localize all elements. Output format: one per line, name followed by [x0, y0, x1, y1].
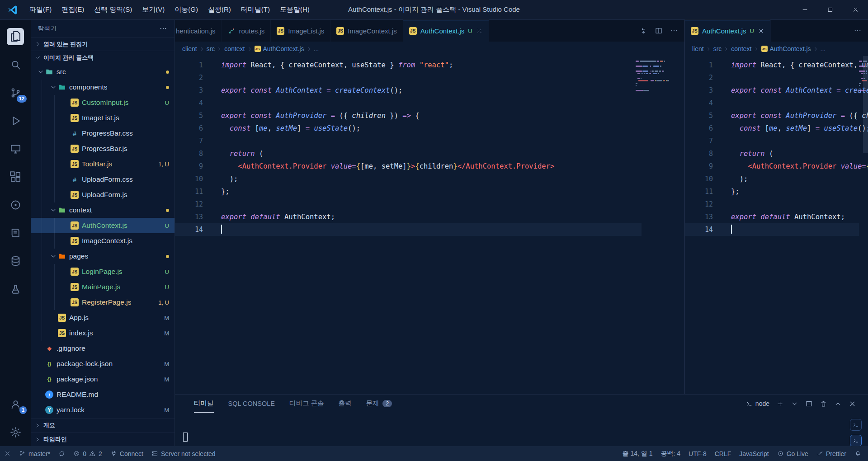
code-line-6[interactable]: 6 const [me, setMe] = useState(); [175, 122, 642, 135]
code-line-7[interactable]: 7 [175, 135, 642, 147]
status-connect[interactable]: Connect [106, 446, 147, 461]
close-icon[interactable] [758, 28, 764, 34]
code-line-7[interactable]: 7 [685, 135, 859, 147]
section-1[interactable]: 타임라인 [31, 432, 175, 446]
file-row-package-lock.json[interactable]: {}package-lock.jsonM [31, 356, 175, 372]
code-line-5[interactable]: 5export const AuthProvider = ({ children… [175, 109, 642, 122]
activity-accounts[interactable]: 1 [0, 390, 31, 418]
new-terminal-button[interactable] [776, 400, 784, 408]
code-line-12[interactable]: 12 [175, 198, 642, 211]
ellipsis-icon[interactable] [670, 27, 678, 35]
folder-row-src[interactable]: src [31, 64, 175, 80]
tab-hentication.js[interactable]: hentication.js [175, 20, 222, 42]
file-row-AuthContext.js[interactable]: JSAuthContext.jsU [31, 218, 175, 233]
tab-routes.js[interactable]: routes.js [222, 20, 271, 42]
tab-ImageList.js[interactable]: JSImageList.js [271, 20, 330, 42]
panel-tab-디버그 콘솔[interactable]: 디버그 콘솔 [289, 395, 324, 413]
status-prettier[interactable]: Prettier [812, 446, 850, 461]
folder-row-pages[interactable]: pages [31, 249, 175, 264]
open-editors-section[interactable]: 열려 있는 편집기 [31, 37, 175, 51]
panel-tab-SQL CONSOLE[interactable]: SQL CONSOLE [228, 395, 275, 413]
status-language-mode[interactable]: JavaScript [735, 446, 773, 461]
status-server[interactable]: Server not selected [147, 446, 220, 461]
menu-item-7[interactable]: 도움말(H) [275, 5, 315, 14]
activity-live-server[interactable] [0, 191, 31, 219]
activity-source-control[interactable]: 12 [0, 79, 31, 107]
project-section-header[interactable]: 이미지 관리 풀스택 [31, 51, 175, 64]
tab-ImageContext.js[interactable]: JSImageContext.js [330, 20, 403, 42]
terminal-profile[interactable]: node [746, 400, 769, 407]
file-row-.gitignore[interactable]: ◆.gitignore [31, 341, 175, 356]
menu-item-3[interactable]: 보기(V) [137, 5, 170, 14]
menu-item-6[interactable]: 터미널(T) [236, 5, 275, 14]
code-line-6[interactable]: 6 const [me, setMe] = useState(); [685, 122, 859, 135]
file-row-ToolBar.js[interactable]: JSToolBar.js1, U [31, 156, 175, 172]
code-editor-1[interactable]: 1import React, { createContext, useState… [175, 56, 684, 394]
maximize-panel-button[interactable] [834, 400, 842, 408]
breadcrumb-item[interactable]: context [224, 45, 245, 52]
file-row-MainPage.js[interactable]: JSMainPage.jsU [31, 279, 175, 295]
code-line-14[interactable]: 14 [175, 223, 642, 236]
code-line-1[interactable]: 1import React, { createContext, useState… [685, 59, 859, 71]
scrollbar-thumb[interactable] [863, 56, 868, 153]
activity-extensions[interactable] [0, 163, 31, 191]
status-remote-window[interactable] [0, 446, 15, 461]
code-line-13[interactable]: 13export default AuthContext; [175, 211, 642, 223]
code-line-8[interactable]: 8 return ( [175, 147, 642, 160]
activity-run-and-debug[interactable] [0, 107, 31, 135]
code-line-9[interactable]: 9 <AuthContext.Provider value={[me, setM… [175, 160, 642, 173]
activity-notebooks[interactable] [0, 219, 31, 247]
code-line-14[interactable]: 14 [685, 223, 859, 236]
file-row-ImageList.js[interactable]: JSImageList.js [31, 110, 175, 126]
activity-remote-explorer[interactable] [0, 135, 31, 163]
tab-AuthContext.js[interactable]: JSAuthContext.jsU [685, 20, 771, 42]
menu-item-0[interactable]: 파일(F) [24, 5, 57, 14]
status-sync[interactable] [54, 446, 69, 461]
minimize-button[interactable] [792, 0, 817, 19]
section-0[interactable]: 개요 [31, 418, 175, 432]
file-row-yarn.lock[interactable]: Yyarn.lockM [31, 402, 175, 418]
panel-tab-출력[interactable]: 출력 [338, 395, 351, 413]
activity-testing[interactable] [0, 275, 31, 303]
ellipsis-icon[interactable] [854, 27, 862, 35]
file-row-ProgressBar.css[interactable]: #ProgressBar.css [31, 126, 175, 141]
file-row-App.js[interactable]: JSApp.jsM [31, 310, 175, 325]
folder-row-components[interactable]: components [31, 80, 175, 95]
code-line-3[interactable]: 3export const AuthContext = createContex… [175, 84, 642, 97]
menu-item-1[interactable]: 편집(E) [57, 5, 89, 14]
status-eol[interactable]: CRLF [711, 446, 736, 461]
file-row-UploadForm.css[interactable]: #UploadForm.css [31, 172, 175, 187]
status-go-live[interactable]: Go Live [773, 446, 812, 461]
status-notifications[interactable] [850, 446, 865, 461]
split-editor-icon[interactable] [655, 27, 663, 35]
status-problems[interactable]: 02 [69, 446, 106, 461]
tab-AuthContext.js[interactable]: JSAuthContext.jsU [403, 20, 489, 42]
folder-row-context[interactable]: context [31, 202, 175, 218]
code-line-10[interactable]: 10 ); [175, 173, 642, 185]
activity-explorer[interactable] [0, 23, 31, 51]
code-line-4[interactable]: 4 [685, 97, 859, 109]
code-editor-2[interactable]: 1import React, { createContext, useState… [685, 56, 868, 394]
file-row-index.js[interactable]: JSindex.jsM [31, 325, 175, 341]
kill-terminal-button[interactable] [820, 400, 827, 408]
breadcrumb-item[interactable]: JSAuthContext.js [761, 45, 811, 52]
breadcrumb-item[interactable]: context [731, 45, 751, 52]
breadcrumb-item[interactable]: src [713, 45, 722, 52]
breadcrumb-item[interactable]: lient [692, 45, 704, 52]
terminal-profile-dropdown[interactable] [791, 400, 798, 408]
panel-tab-문제[interactable]: 문제2 [366, 395, 392, 413]
split-terminal-button[interactable] [805, 400, 813, 408]
close-button[interactable] [843, 0, 868, 19]
status-git-branch[interactable]: master* [15, 446, 54, 461]
breadcrumb-item[interactable]: JSAuthContext.js [255, 45, 304, 52]
menu-item-2[interactable]: 선택 영역(S) [89, 5, 137, 14]
code-line-8[interactable]: 8 return ( [685, 147, 859, 160]
terminal-content[interactable] [175, 413, 868, 446]
file-row-CustomInput.js[interactable]: JSCustomInput.jsU [31, 95, 175, 110]
breadcrumb-item[interactable]: ... [314, 45, 319, 52]
maximize-button[interactable] [817, 0, 843, 19]
more-actions-icon[interactable] [159, 24, 167, 33]
file-row-README.md[interactable]: iREADME.md [31, 387, 175, 402]
status-cursor-position[interactable]: 줄 14, 열 1 [618, 446, 657, 461]
breadcrumb-item[interactable]: client [182, 45, 197, 52]
